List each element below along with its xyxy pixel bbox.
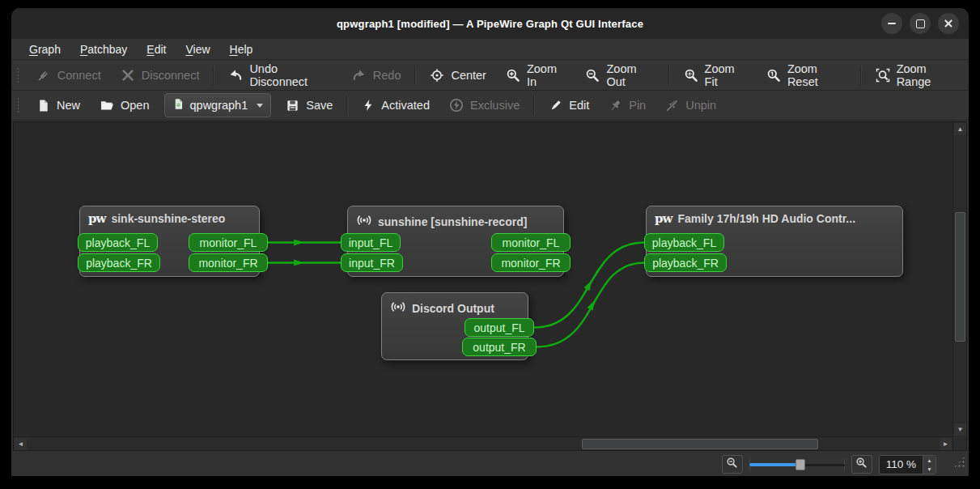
zoom-out-icon <box>726 457 738 472</box>
pipewire-icon: pw <box>88 213 105 224</box>
zoom-in-button[interactable]: Zoom In <box>496 63 576 87</box>
graph-toolbar: Connect Disconnect Undo Disconnect Redo … <box>11 60 969 91</box>
titlebar[interactable]: qpwgraph1 [modified] — A PipeWire Graph … <box>11 8 969 39</box>
disconnect-icon <box>121 68 135 83</box>
save-button[interactable]: Save <box>276 93 342 117</box>
zoom-fit-button[interactable]: Zoom Fit <box>674 63 757 87</box>
menu-patchbay[interactable]: Patchbay <box>72 40 135 58</box>
center-button[interactable]: Center <box>420 63 496 87</box>
port-sink-playback-fr[interactable]: playback_FR <box>78 253 160 272</box>
menu-graph[interactable]: Graph <box>21 40 69 58</box>
port-sink-monitor-fl[interactable]: monitor_FL <box>189 233 268 252</box>
menu-edit[interactable]: Edit <box>138 40 174 58</box>
open-folder-icon <box>100 98 114 113</box>
toolbar-separator <box>668 66 670 85</box>
maximize-icon <box>916 19 925 28</box>
app-window: qpwgraph1 [modified] — A PipeWire Graph … <box>11 8 969 476</box>
port-sink-playback-fl[interactable]: playback_FL <box>78 233 158 252</box>
zoom-reset-icon <box>766 68 781 83</box>
new-file-icon <box>36 99 50 113</box>
horizontal-scrollbar[interactable]: ◄ ► <box>14 436 952 450</box>
open-button[interactable]: Open <box>90 93 159 117</box>
statusbar-zoom-in-button[interactable] <box>851 455 872 474</box>
toolbar-drag-handle[interactable] <box>16 66 20 84</box>
port-sunshine-input-fl[interactable]: input_FL <box>341 233 401 252</box>
port-sunshine-input-fr[interactable]: input_FR <box>341 253 403 272</box>
lightning-icon <box>362 99 375 112</box>
graph-canvas[interactable]: pw sink-sunshine-stereo playback_FL play… <box>14 122 952 436</box>
node-title: Family 17h/19h HD Audio Contr... <box>677 212 855 225</box>
statusbar-zoom-out-button[interactable] <box>722 455 743 474</box>
port-sink-monitor-fr[interactable]: monitor_FR <box>189 253 268 272</box>
disconnect-button[interactable]: Disconnect <box>111 63 210 87</box>
connections-layer <box>14 122 952 436</box>
redo-icon <box>352 68 367 83</box>
vertical-scrollbar[interactable]: ▲ ▼ <box>952 122 966 436</box>
toolbar-separator <box>533 96 535 115</box>
zoom-range-button[interactable]: Zoom Range <box>866 63 969 87</box>
zoom-level-spinbox[interactable]: 110 % ▲ ▼ <box>879 455 936 474</box>
port-family-playback-fl[interactable]: playback_FL <box>644 233 724 252</box>
port-sunshine-monitor-fl[interactable]: monitor_FL <box>491 233 571 252</box>
redo-button[interactable]: Redo <box>342 63 411 87</box>
new-button[interactable]: New <box>27 93 90 117</box>
zoom-out-button[interactable]: Zoom Out <box>575 63 664 87</box>
port-discord-output-fr[interactable]: output_FR <box>462 338 537 356</box>
node-title: sunshine [sunshine-record] <box>378 215 527 228</box>
zoom-slider[interactable] <box>749 457 845 472</box>
patchbay-select[interactable]: qpwgraph1 <box>164 93 272 117</box>
desktop: { "titlebar": { "title": "qpwgraph1 [mod… <box>0 0 980 489</box>
zoom-reset-button[interactable]: Zoom Reset <box>757 63 856 87</box>
scrollbar-corner <box>952 436 966 450</box>
zoom-range-icon <box>876 68 890 83</box>
menu-view[interactable]: View <box>177 40 218 58</box>
activated-button[interactable]: Activated <box>352 93 439 117</box>
exclusive-button[interactable]: Exclusive <box>439 93 529 117</box>
graph-viewport: pw sink-sunshine-stereo playback_FL play… <box>13 121 967 451</box>
zoom-out-icon <box>585 68 600 83</box>
toolbar-drag-handle[interactable] <box>16 96 20 114</box>
broadcast-icon <box>356 212 372 231</box>
node-title: Discord Output <box>412 302 494 315</box>
minimize-button[interactable] <box>881 13 902 34</box>
close-icon <box>944 19 953 28</box>
node-title: sink-sunshine-stereo <box>111 212 225 225</box>
scroll-up-icon[interactable]: ▲ <box>954 123 966 135</box>
undo-disconnect-button[interactable]: Undo Disconnect <box>218 63 342 87</box>
vertical-scrollbar-thumb[interactable] <box>955 212 965 342</box>
menubar: Graph Patchbay Edit View Help <box>11 39 969 60</box>
port-sunshine-monitor-fr[interactable]: monitor_FR <box>491 253 571 272</box>
center-icon <box>430 68 444 83</box>
zoom-in-icon <box>855 457 868 472</box>
chevron-down-icon <box>257 104 263 108</box>
zoom-slider-handle[interactable] <box>795 459 805 470</box>
patchbay-file-icon <box>172 98 185 113</box>
zoom-level-value: 110 % <box>880 456 923 474</box>
connect-button[interactable]: Connect <box>27 63 111 87</box>
scroll-right-icon[interactable]: ► <box>940 438 952 450</box>
toolbar-separator <box>346 96 348 115</box>
toolbar-separator <box>213 66 214 85</box>
window-title: qpwgraph1 [modified] — A PipeWire Graph … <box>337 18 643 30</box>
maximize-button[interactable] <box>910 13 931 34</box>
statusbar: 110 % ▲ ▼ <box>11 453 969 476</box>
spin-down-icon[interactable]: ▼ <box>923 465 935 474</box>
pipewire-icon: pw <box>655 213 672 224</box>
spin-up-icon[interactable]: ▲ <box>923 456 935 465</box>
edit-button[interactable]: Edit <box>539 93 599 117</box>
menu-help[interactable]: Help <box>222 40 261 58</box>
pin-button[interactable]: Pin <box>599 93 655 117</box>
port-family-playback-fr[interactable]: playback_FR <box>644 253 727 272</box>
toolbar-separator <box>414 66 416 85</box>
pin-icon <box>609 99 622 113</box>
horizontal-scrollbar-thumb[interactable] <box>582 439 818 449</box>
zoom-fit-icon <box>684 68 698 83</box>
patchbay-toolbar: New Open qpwgraph1 Save Activated Exclus… <box>11 91 969 121</box>
pencil-icon <box>549 99 562 113</box>
scroll-down-icon[interactable]: ▼ <box>954 423 966 436</box>
close-button[interactable] <box>938 13 959 34</box>
scroll-left-icon[interactable]: ◄ <box>15 438 27 450</box>
unpin-button[interactable]: Unpin <box>655 93 726 117</box>
port-discord-output-fl[interactable]: output_FL <box>465 318 534 337</box>
zoom-in-icon <box>506 68 520 83</box>
